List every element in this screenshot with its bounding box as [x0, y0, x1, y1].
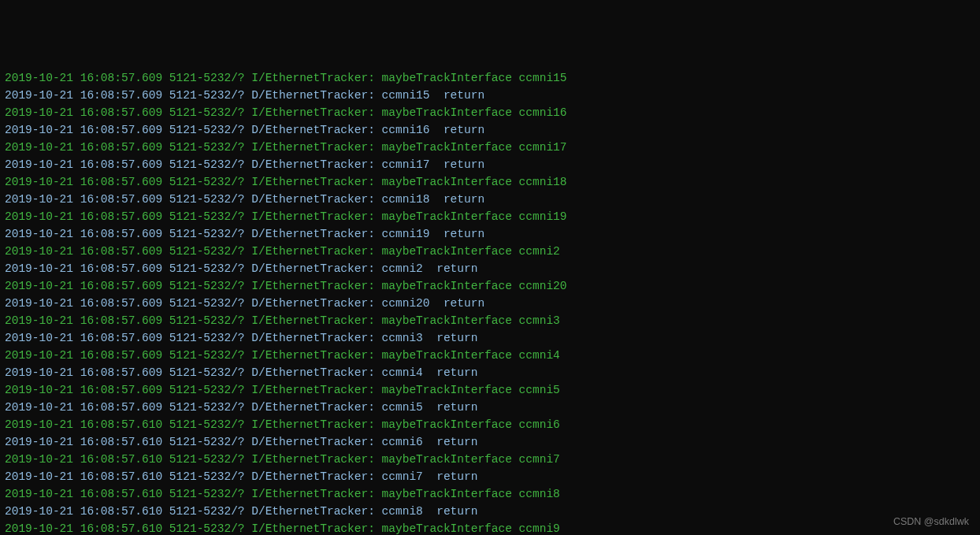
log-line: 2019-10-21 16:08:57.609 5121-5232/? D/Et…	[5, 329, 975, 347]
log-line: 2019-10-21 16:08:57.609 5121-5232/? D/Et…	[5, 260, 975, 277]
log-line: 2019-10-21 16:08:57.609 5121-5232/? D/Et…	[5, 225, 975, 243]
log-line: 2019-10-21 16:08:57.609 5121-5232/? D/Et…	[5, 87, 975, 104]
log-line: 2019-10-21 16:08:57.609 5121-5232/? I/Et…	[5, 173, 975, 191]
log-line: 2019-10-21 16:08:57.609 5121-5232/? I/Et…	[5, 208, 975, 225]
log-line: 2019-10-21 16:08:57.609 5121-5232/? D/Et…	[5, 399, 975, 416]
csdn-watermark: CSDN @sdkdlwk	[893, 513, 969, 530]
log-line: 2019-10-21 16:08:57.609 5121-5232/? I/Et…	[5, 139, 975, 156]
log-line: 2019-10-21 16:08:57.610 5121-5232/? D/Et…	[5, 433, 975, 451]
log-line: 2019-10-21 16:08:57.610 5121-5232/? I/Et…	[5, 416, 975, 433]
log-line: 2019-10-21 16:08:57.610 5121-5232/? I/Et…	[5, 485, 975, 503]
log-line: 2019-10-21 16:08:57.609 5121-5232/? I/Et…	[5, 347, 975, 364]
log-line: 2019-10-21 16:08:57.609 5121-5232/? D/Et…	[5, 295, 975, 312]
log-line: 2019-10-21 16:08:57.609 5121-5232/? I/Et…	[5, 381, 975, 399]
log-line: 2019-10-21 16:08:57.610 5121-5232/? D/Et…	[5, 503, 975, 520]
log-line: 2019-10-21 16:08:57.609 5121-5232/? I/Et…	[5, 312, 975, 329]
log-output: 2019-10-21 16:08:57.609 5121-5232/? I/Et…	[0, 69, 980, 535]
log-line: 2019-10-21 16:08:57.610 5121-5232/? I/Et…	[5, 520, 975, 535]
log-line: 2019-10-21 16:08:57.609 5121-5232/? I/Et…	[5, 243, 975, 260]
log-line: 2019-10-21 16:08:57.609 5121-5232/? I/Et…	[5, 104, 975, 121]
log-line: 2019-10-21 16:08:57.610 5121-5232/? I/Et…	[5, 451, 975, 468]
log-line: 2019-10-21 16:08:57.610 5121-5232/? D/Et…	[5, 468, 975, 485]
log-line: 2019-10-21 16:08:57.609 5121-5232/? I/Et…	[5, 277, 975, 295]
log-line: 2019-10-21 16:08:57.609 5121-5232/? D/Et…	[5, 121, 975, 139]
log-line: 2019-10-21 16:08:57.609 5121-5232/? D/Et…	[5, 364, 975, 381]
log-line: 2019-10-21 16:08:57.609 5121-5232/? D/Et…	[5, 191, 975, 208]
log-line: 2019-10-21 16:08:57.609 5121-5232/? D/Et…	[5, 156, 975, 173]
log-line: 2019-10-21 16:08:57.609 5121-5232/? I/Et…	[5, 69, 975, 87]
